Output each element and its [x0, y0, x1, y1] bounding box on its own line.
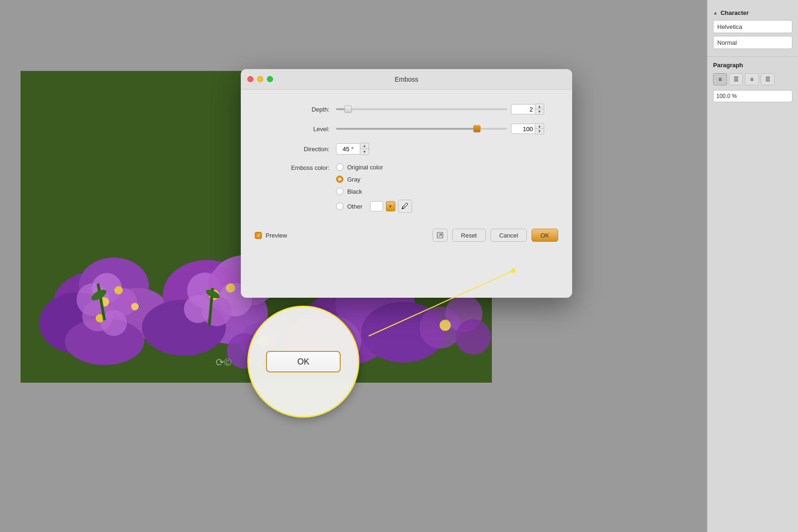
radio-original-label: Original color: [347, 164, 383, 171]
depth-slider-track[interactable]: [336, 108, 507, 110]
font-field[interactable]: Helvetica: [713, 20, 792, 33]
svg-point-27: [184, 295, 212, 323]
minimize-button[interactable]: [257, 76, 263, 82]
depth-row: Depth: 2 ▲ ▼: [269, 104, 544, 115]
emboss-color-row: Emboss color: Original color Gray: [269, 163, 544, 213]
direction-increment-button[interactable]: ▲: [360, 143, 369, 149]
character-chevron-icon: ▲: [713, 10, 718, 15]
depth-decrement-button[interactable]: ▼: [535, 109, 544, 114]
svg-point-20: [114, 286, 123, 294]
svg-point-21: [131, 303, 139, 310]
direction-value[interactable]: 45 °: [336, 143, 360, 154]
eyedropper-button[interactable]: 🖊: [398, 200, 412, 213]
level-slider-thumb[interactable]: [473, 125, 481, 133]
spacing-field[interactable]: 100.0 %: [713, 90, 792, 102]
level-stepper-arrows: ▲ ▼: [535, 123, 544, 134]
dialog-footer: ✓ Preview Reset Cancel OK: [241, 222, 572, 249]
radio-original-color[interactable]: Original color: [336, 163, 412, 171]
direction-spinner: 45 ° ▲ ▼: [336, 143, 369, 155]
zoom-circle-container: OK: [247, 294, 383, 429]
reset-button[interactable]: Reset: [452, 229, 486, 242]
align-left-button[interactable]: ≡: [713, 73, 727, 85]
radio-original-circle[interactable]: [336, 163, 343, 171]
style-field[interactable]: Normal: [713, 36, 792, 49]
level-decrement-button[interactable]: ▼: [535, 129, 544, 134]
level-increment-button[interactable]: ▲: [535, 124, 544, 129]
preview-label: Preview: [266, 232, 287, 239]
export-button[interactable]: [433, 229, 448, 242]
radio-gray[interactable]: Gray: [336, 175, 412, 183]
preview-checkbox[interactable]: ✓: [255, 232, 262, 239]
paragraph-section: Paragraph ≡ ☰ ≡ ☰ 100.0 %: [707, 57, 798, 107]
paragraph-title: Paragraph: [713, 62, 792, 69]
emboss-color-radio-group: Original color Gray Black: [336, 163, 412, 213]
traffic-lights: [247, 76, 273, 82]
level-row: Level: 100 ▲ ▼: [269, 123, 544, 134]
color-dropdown-button[interactable]: ▼: [386, 201, 395, 211]
alignment-buttons: ≡ ☰ ≡ ☰: [713, 73, 792, 85]
color-swatch[interactable]: [370, 201, 383, 211]
depth-stepper: 2 ▲ ▼: [511, 104, 544, 115]
level-slider-container: 100 ▲ ▼: [336, 123, 544, 134]
radio-gray-circle[interactable]: [336, 175, 343, 183]
direction-arrows: ▲ ▼: [360, 143, 369, 155]
radio-other-label: Other: [347, 203, 363, 210]
level-label: Level:: [269, 126, 329, 133]
depth-label: Depth:: [269, 106, 329, 113]
character-section: ▲ Character Helvetica Normal: [707, 5, 798, 57]
radio-other[interactable]: Other ▼ 🖊: [336, 200, 412, 213]
direction-decrement-button[interactable]: ▼: [360, 149, 369, 154]
other-color-controls: ▼ 🖊: [370, 200, 412, 213]
dialog-body: Depth: 2 ▲ ▼ Lev: [241, 90, 572, 222]
direction-label: Direction:: [269, 146, 329, 153]
cancel-button[interactable]: Cancel: [490, 229, 527, 242]
preview-checkbox-area: ✓ Preview: [255, 232, 287, 239]
svg-point-66: [455, 319, 491, 355]
align-center-button[interactable]: ☰: [729, 73, 743, 85]
right-panel: ▲ Character Helvetica Normal Paragraph ≡…: [707, 0, 798, 532]
depth-slider-thumb[interactable]: [344, 105, 352, 113]
level-slider-track[interactable]: [336, 128, 507, 130]
level-slider-fill: [336, 128, 476, 130]
radio-black-circle[interactable]: [336, 188, 343, 195]
ok-button[interactable]: OK: [532, 229, 558, 242]
radio-gray-label: Gray: [347, 176, 360, 183]
emboss-dialog: Emboss Depth: 2 ▲ ▼: [241, 69, 572, 298]
depth-stepper-arrows: ▲ ▼: [535, 104, 544, 115]
background: ⟳© e 2020⟲ ▲ Character Helvetica Normal …: [0, 0, 798, 532]
dialog-titlebar: Emboss: [241, 69, 572, 90]
character-header: ▲ Character: [713, 9, 792, 16]
level-value[interactable]: 100: [511, 124, 535, 134]
level-stepper: 100 ▲ ▼: [511, 123, 544, 134]
emboss-color-label: Emboss color:: [269, 163, 329, 171]
svg-point-67: [440, 320, 451, 331]
align-right-button[interactable]: ≡: [745, 73, 759, 85]
align-justify-button[interactable]: ☰: [761, 73, 775, 85]
maximize-button[interactable]: [267, 76, 273, 82]
zoom-circle: OK: [247, 306, 359, 418]
depth-slider-container: 2 ▲ ▼: [336, 104, 544, 115]
depth-increment-button[interactable]: ▲: [535, 104, 544, 109]
zoom-ok-button[interactable]: OK: [266, 351, 341, 372]
radio-other-circle[interactable]: [336, 203, 343, 210]
direction-row: Direction: 45 ° ▲ ▼: [269, 143, 544, 155]
svg-point-29: [226, 283, 235, 293]
depth-value[interactable]: 2: [511, 104, 535, 114]
radio-black[interactable]: Black: [336, 188, 412, 195]
dialog-title: Emboss: [395, 76, 419, 83]
close-button[interactable]: [247, 76, 253, 82]
checkbox-checkmark-icon: ✓: [257, 233, 260, 238]
radio-black-label: Black: [347, 188, 362, 195]
character-title: Character: [721, 9, 749, 16]
